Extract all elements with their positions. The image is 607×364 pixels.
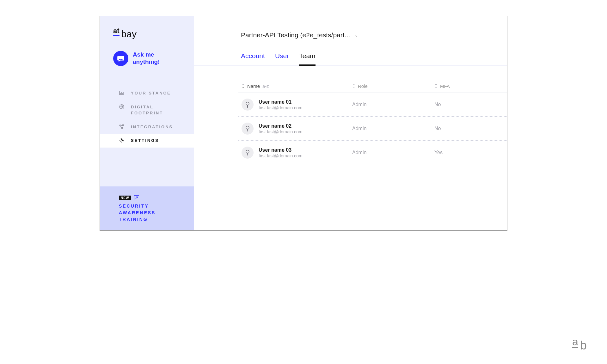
column-label: Name — [247, 83, 260, 89]
user-name: User name 01 — [259, 99, 303, 105]
user-role: Admin — [352, 150, 434, 155]
table-row[interactable]: User name 01 first.last@domain.com Admin… — [238, 93, 507, 117]
app-frame: at bay Ask me anything! — [100, 16, 507, 231]
sidebar-item-label: SETTINGS — [131, 137, 159, 144]
avatar — [242, 99, 254, 111]
column-header-role[interactable]: ⌃⌄ Role — [352, 83, 434, 89]
sidebar-item-your-stance[interactable]: YOUR STANCE — [100, 86, 194, 100]
settings-tabs: Account User Team — [194, 39, 507, 66]
org-selector[interactable]: Partner-API Testing (e2e_tests/part… ⌄ — [194, 31, 507, 39]
column-label: Role — [358, 83, 368, 89]
avatar — [242, 123, 254, 135]
column-sort-hint: a-z — [262, 83, 269, 89]
user-email: first.last@domain.com — [259, 153, 303, 158]
ask-me-anything-button[interactable]: Ask me anything! — [100, 42, 194, 74]
tab-team[interactable]: Team — [299, 52, 315, 65]
sidebar-item-integrations[interactable]: INTEGRATIONS — [100, 120, 194, 134]
globe-icon — [119, 104, 125, 110]
user-mfa: No — [434, 102, 507, 107]
sort-icon: ⌃⌄ — [242, 84, 245, 88]
sidebar-item-label: YOUR STANCE — [131, 90, 171, 96]
svg-point-7 — [246, 150, 249, 153]
svg-point-5 — [246, 102, 249, 105]
user-mfa: No — [434, 126, 507, 131]
chevron-down-icon: ⌄ — [354, 33, 358, 38]
column-header-mfa[interactable]: ⌃⌄ MFA — [434, 83, 507, 89]
sidebar-item-label: INTEGRATIONS — [131, 124, 173, 130]
sort-icon: ⌃⌄ — [434, 84, 438, 88]
user-role: Admin — [352, 126, 434, 131]
user-mfa: Yes — [434, 150, 507, 155]
main-content: Partner-API Testing (e2e_tests/part… ⌄ A… — [194, 16, 507, 230]
svg-point-2 — [122, 124, 124, 126]
svg-point-1 — [120, 125, 121, 126]
org-selector-label: Partner-API Testing (e2e_tests/part… — [241, 31, 351, 39]
table-header-row: ⌃⌄ Name a-z ⌃⌄ Role ⌃⌄ MFA — [238, 83, 507, 93]
bar-chart-icon — [119, 90, 125, 96]
gear-icon — [119, 137, 125, 143]
user-email: first.last@domain.com — [259, 105, 303, 110]
user-email: first.last@domain.com — [259, 129, 303, 134]
sort-icon: ⌃⌄ — [352, 84, 355, 88]
user-name: User name 02 — [259, 123, 303, 129]
chat-icon — [113, 51, 128, 66]
sidebar-item-settings[interactable]: SETTINGS — [100, 134, 194, 148]
promo-title: SECURITY AWARENESS TRAINING — [119, 203, 188, 223]
tab-user[interactable]: User — [275, 52, 289, 65]
tab-account[interactable]: Account — [241, 52, 265, 65]
ask-me-anything-label: Ask me anything! — [133, 51, 160, 66]
user-name: User name 03 — [259, 147, 303, 153]
column-label: MFA — [440, 83, 450, 89]
logo-part-at: at — [113, 27, 120, 36]
user-role: Admin — [352, 102, 434, 107]
svg-point-6 — [246, 126, 249, 129]
sidebar: at bay Ask me anything! — [100, 16, 194, 230]
new-badge: NEW — [119, 196, 131, 200]
security-training-promo[interactable]: NEW SECURITY AWARENESS TRAINING — [100, 186, 194, 230]
logo-part-bay: bay — [121, 29, 137, 39]
svg-point-4 — [121, 140, 123, 141]
nodes-icon — [119, 124, 125, 130]
column-header-name[interactable]: ⌃⌄ Name a-z — [242, 83, 352, 89]
sidebar-item-label: DIGITAL FOOTPRINT — [131, 104, 188, 116]
sidebar-item-digital-footprint[interactable]: DIGITAL FOOTPRINT — [100, 100, 194, 120]
team-table: ⌃⌄ Name a-z ⌃⌄ Role ⌃⌄ MFA — [194, 66, 507, 164]
sidebar-nav: YOUR STANCE DIGITAL FOOTPRINT — [100, 74, 194, 148]
table-row[interactable]: User name 03 first.last@domain.com Admin… — [238, 141, 507, 164]
avatar — [242, 147, 254, 159]
external-link-icon — [134, 195, 139, 200]
table-row[interactable]: User name 02 first.last@domain.com Admin… — [238, 117, 507, 141]
logo: at bay — [100, 16, 194, 42]
